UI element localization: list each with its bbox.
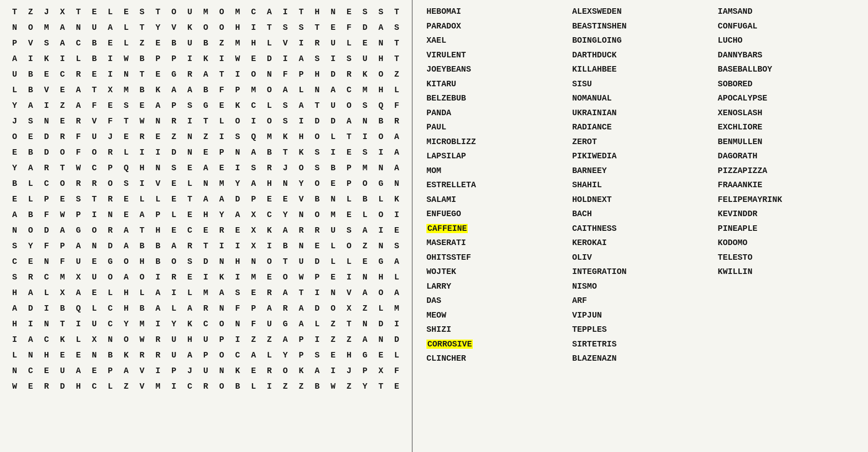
grid-cell: S bbox=[71, 192, 86, 207]
word-item: ALEXSWEDEN bbox=[572, 5, 709, 19]
grid-cell: B bbox=[373, 114, 389, 129]
grid-cell: D bbox=[39, 129, 54, 145]
grid-cell: Y bbox=[118, 317, 134, 332]
grid-cell: C bbox=[102, 317, 118, 332]
grid-cell: E bbox=[55, 114, 70, 129]
grid-cell: O bbox=[102, 176, 118, 192]
word-item: MASERATI bbox=[426, 236, 563, 251]
grid-cell: D bbox=[198, 254, 214, 270]
grid-cell: L bbox=[118, 36, 134, 51]
grid-cell: E bbox=[198, 145, 214, 161]
word-item: HOLDNEXT bbox=[572, 193, 709, 207]
grid-cell: I bbox=[325, 363, 341, 379]
grid-cell: I bbox=[262, 239, 277, 254]
grid-cell: T bbox=[389, 51, 404, 67]
grid-cell: D bbox=[389, 332, 404, 348]
grid-cell: N bbox=[150, 114, 166, 129]
grid-cell: T bbox=[198, 239, 214, 254]
grid-cell: L bbox=[23, 192, 39, 207]
word-item: CLINCHER bbox=[426, 352, 563, 366]
grid-cell: K bbox=[230, 363, 245, 379]
letter-grid: TZJXTELESTOUMOMCAITHNESSTNOMANUALTYVKOOH… bbox=[7, 5, 405, 395]
grid-cell: C bbox=[246, 98, 261, 114]
grid-cell: R bbox=[71, 67, 86, 83]
grid-cell: R bbox=[134, 348, 150, 363]
grid-cell: I bbox=[373, 145, 389, 161]
grid-cell: N bbox=[325, 5, 341, 20]
grid-cell: N bbox=[357, 270, 373, 285]
grid-cell: E bbox=[166, 176, 182, 192]
grid-cell: L bbox=[7, 83, 22, 98]
grid-cell: A bbox=[150, 98, 166, 114]
grid-cell: K bbox=[230, 98, 245, 114]
grid-cell: L bbox=[341, 254, 357, 270]
grid-cell: A bbox=[23, 161, 39, 176]
grid-cell: C bbox=[23, 363, 39, 379]
grid-cell: A bbox=[389, 285, 404, 301]
grid-cell: A bbox=[389, 129, 404, 145]
grid-cell: E bbox=[246, 285, 261, 301]
grid-cell: L bbox=[87, 301, 102, 317]
grid-cell: A bbox=[246, 145, 261, 161]
grid-cell: S bbox=[230, 129, 245, 145]
grid-cell: E bbox=[341, 207, 357, 223]
grid-cell: P bbox=[214, 145, 229, 161]
grid-cell: L bbox=[39, 285, 54, 301]
grid-cell: A bbox=[71, 98, 86, 114]
word-item: SHIZI bbox=[426, 323, 563, 337]
grid-cell: E bbox=[150, 129, 166, 145]
grid-cell: Y bbox=[23, 239, 39, 254]
grid-cell: T bbox=[310, 20, 325, 36]
grid-cell: A bbox=[182, 301, 198, 317]
grid-cell: I bbox=[39, 301, 54, 317]
grid-cell: P bbox=[341, 161, 357, 176]
grid-cell: H bbox=[7, 285, 22, 301]
grid-cell: O bbox=[214, 317, 229, 332]
grid-cell: L bbox=[182, 176, 198, 192]
grid-cell: I bbox=[230, 332, 245, 348]
grid-cell: R bbox=[23, 270, 39, 285]
grid-cell: Y bbox=[7, 98, 22, 114]
grid-cell: E bbox=[102, 36, 118, 51]
grid-cell: I bbox=[293, 36, 309, 51]
grid-cell: X bbox=[341, 301, 357, 317]
grid-cell: R bbox=[310, 36, 325, 51]
grid-cell: P bbox=[102, 363, 118, 379]
grid-cell: O bbox=[262, 254, 277, 270]
grid-cell: H bbox=[341, 348, 357, 363]
word-search-grid: TZJXTELESTOUMOMCAITHNESSTNOMANUALTYVKOOH… bbox=[0, 0, 413, 452]
grid-cell: T bbox=[118, 114, 134, 129]
grid-cell: R bbox=[214, 223, 229, 239]
grid-cell: L bbox=[118, 20, 134, 36]
grid-cell: I bbox=[230, 239, 245, 254]
grid-cell: N bbox=[87, 239, 102, 254]
grid-cell: W bbox=[71, 161, 86, 176]
grid-cell: M bbox=[357, 83, 373, 98]
grid-cell: U bbox=[293, 254, 309, 270]
word-item: BARNEEY bbox=[572, 164, 709, 179]
grid-cell: A bbox=[262, 5, 277, 20]
grid-cell: K bbox=[55, 332, 70, 348]
word-item: FRAAANKIE bbox=[718, 178, 854, 193]
grid-cell: X bbox=[373, 363, 389, 379]
grid-cell: T bbox=[150, 5, 166, 20]
grid-cell: E bbox=[198, 223, 214, 239]
grid-cell: A bbox=[277, 285, 293, 301]
grid-cell: O bbox=[310, 176, 325, 192]
grid-cell: P bbox=[166, 51, 182, 67]
grid-cell: B bbox=[87, 36, 102, 51]
grid-cell: I bbox=[182, 51, 198, 67]
word-item: MOM bbox=[426, 164, 563, 179]
grid-cell: Z bbox=[341, 379, 357, 395]
grid-cell: O bbox=[23, 20, 39, 36]
grid-cell: T bbox=[182, 192, 198, 207]
grid-cell: J bbox=[277, 161, 293, 176]
grid-cell: S bbox=[39, 36, 54, 51]
grid-cell: D bbox=[310, 114, 325, 129]
grid-cell: S bbox=[277, 20, 293, 36]
grid-cell: W bbox=[230, 51, 245, 67]
grid-cell: E bbox=[102, 98, 118, 114]
grid-cell: S bbox=[357, 145, 373, 161]
grid-cell: C bbox=[39, 332, 54, 348]
grid-cell: G bbox=[277, 317, 293, 332]
